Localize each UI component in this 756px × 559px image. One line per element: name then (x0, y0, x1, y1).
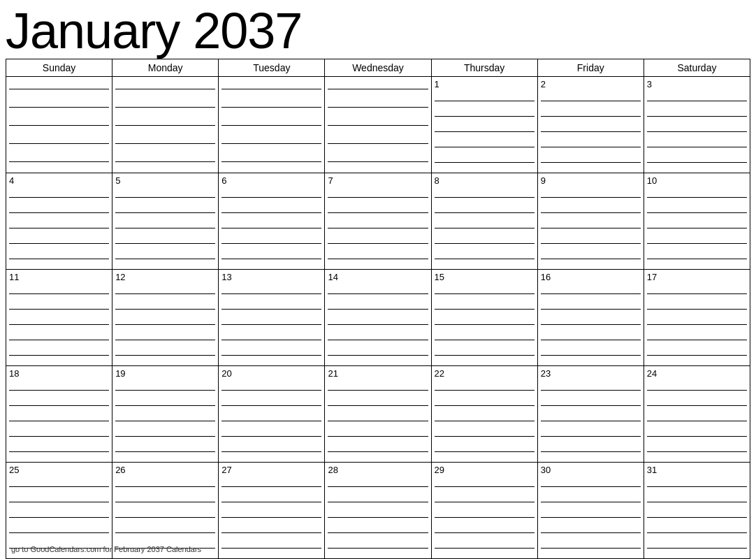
write-line (647, 436, 747, 437)
day-cell-2: 2 (538, 77, 644, 173)
write-line (221, 293, 321, 294)
write-line (541, 405, 641, 406)
write-line (115, 340, 215, 340)
write-line (221, 161, 321, 162)
day-lines (647, 92, 747, 170)
write-line (221, 502, 321, 502)
write-line (435, 451, 535, 452)
write-line (115, 421, 215, 421)
write-line (115, 161, 215, 162)
day-lines (647, 189, 747, 267)
day-lines (328, 285, 428, 363)
write-line (9, 228, 109, 228)
write-line (9, 486, 109, 487)
day-header-monday: Monday (112, 59, 219, 76)
write-line (9, 293, 109, 294)
day-cell-13: 13 (219, 270, 325, 365)
day-cell-10: 10 (644, 173, 750, 269)
write-line (328, 405, 428, 406)
write-line (541, 259, 641, 259)
write-line (435, 212, 535, 213)
write-line (435, 421, 535, 421)
day-header-friday: Friday (538, 59, 644, 76)
write-line (328, 436, 428, 437)
day-cell-6: 6 (219, 173, 325, 269)
write-line (9, 451, 109, 452)
write-line (328, 309, 428, 310)
day-lines (115, 79, 215, 170)
write-line (647, 517, 747, 518)
write-line (221, 125, 321, 126)
write-line (541, 147, 641, 147)
write-line (9, 212, 109, 213)
write-line (9, 340, 109, 340)
day-lines (221, 189, 321, 267)
day-number-25: 25 (9, 465, 109, 476)
write-line (9, 532, 109, 533)
write-line (541, 309, 641, 310)
write-line (541, 324, 641, 325)
write-line (9, 143, 109, 144)
weeks-container: 1234567891011121314151617181920212223242… (6, 77, 750, 559)
write-line (647, 147, 747, 147)
write-line (221, 143, 321, 144)
day-lines (541, 382, 641, 460)
write-line (9, 161, 109, 162)
write-line (647, 309, 747, 310)
week-row-1: 123 (6, 77, 750, 173)
write-line (647, 421, 747, 421)
write-line (221, 517, 321, 518)
write-line (435, 548, 535, 549)
write-line (435, 147, 535, 147)
day-lines (328, 478, 428, 556)
write-line (435, 162, 535, 163)
write-line (328, 143, 428, 144)
write-line (435, 228, 535, 228)
day-cell-15: 15 (432, 270, 538, 365)
write-line (647, 390, 747, 391)
write-line (9, 125, 109, 126)
write-line (328, 421, 428, 421)
day-cell-22: 22 (432, 366, 538, 462)
write-line (328, 502, 428, 502)
write-line (647, 212, 747, 213)
write-line (115, 451, 215, 452)
write-line (435, 243, 535, 244)
write-line (435, 532, 535, 533)
write-line (328, 259, 428, 259)
day-lines (221, 478, 321, 556)
day-lines (9, 79, 109, 170)
write-line (435, 324, 535, 325)
day-lines (328, 79, 428, 170)
write-line (435, 486, 535, 487)
write-line (328, 197, 428, 198)
day-header-tuesday: Tuesday (219, 59, 325, 76)
month-title: January 2037 (6, 6, 750, 56)
write-line (328, 548, 428, 549)
day-number-7: 7 (328, 175, 428, 187)
write-line (328, 451, 428, 452)
write-line (435, 293, 535, 294)
week-row-3: 11121314151617 (6, 270, 750, 366)
day-number-10: 10 (647, 175, 747, 187)
write-line (647, 293, 747, 294)
day-cell-31: 31 (644, 463, 750, 558)
write-line (328, 355, 428, 356)
write-line (221, 405, 321, 406)
write-line (221, 89, 321, 89)
day-headers: SundayMondayTuesdayWednesdayThursdayFrid… (6, 59, 750, 77)
write-line (115, 324, 215, 325)
write-line (221, 390, 321, 391)
write-line (9, 89, 109, 89)
write-line (221, 340, 321, 340)
write-line (435, 340, 535, 340)
write-line (541, 293, 641, 294)
day-lines (9, 382, 109, 460)
write-line (328, 161, 428, 162)
write-line (541, 548, 641, 549)
week-row-4: 18192021222324 (6, 366, 750, 463)
write-line (435, 405, 535, 406)
calendar-grid: SundayMondayTuesdayWednesdayThursdayFrid… (6, 59, 750, 559)
write-line (328, 293, 428, 294)
write-line (221, 355, 321, 356)
